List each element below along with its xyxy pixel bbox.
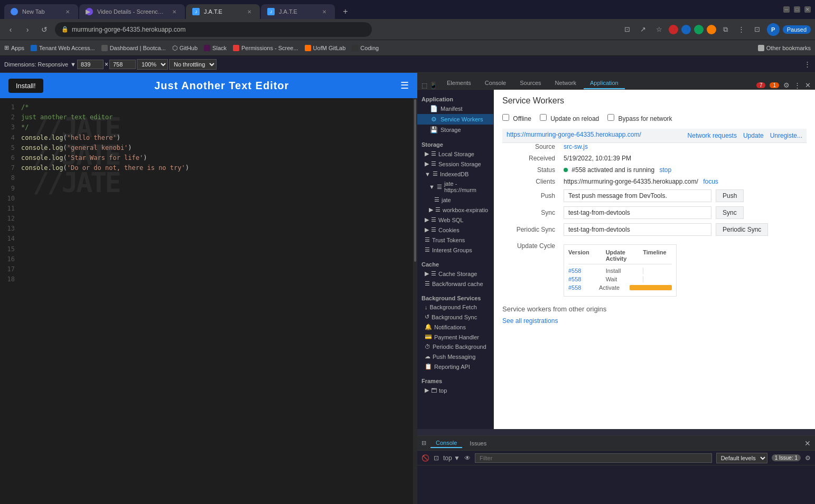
tab-jate1[interactable]: J J.A.T.E ✕ <box>186 4 260 19</box>
console-clear-button[interactable]: 🚫 <box>421 454 429 462</box>
sidebar-item-workbox[interactable]: ▶ ☰ workbox-expiratio <box>417 205 493 215</box>
install-button[interactable]: Install! <box>8 79 43 93</box>
sidebar-item-top-frame[interactable]: ▶ 🗔 top <box>417 385 493 395</box>
sidebar-item-notifications[interactable]: 🔔 Notifications <box>417 322 493 332</box>
update-link[interactable]: Update <box>743 132 764 139</box>
bookmark-coding[interactable]: Coding <box>352 45 379 51</box>
offline-checkbox[interactable] <box>502 114 509 121</box>
source-file-link[interactable]: src-sw.js <box>564 143 588 150</box>
sidebar-item-storage[interactable]: 💾 Storage <box>417 125 493 135</box>
inspect-icon[interactable]: ⬚ <box>421 82 427 89</box>
tab-console[interactable]: Console <box>479 78 512 89</box>
devtools-icon[interactable]: ⊡ <box>751 23 764 36</box>
tab-close-screencastify[interactable]: ✕ <box>170 7 179 16</box>
sidebar-item-bg-fetch[interactable]: ↓ Background Fetch <box>417 302 493 312</box>
see-all-registrations-link[interactable]: See all registrations <box>502 317 558 325</box>
share-icon[interactable]: ↗ <box>637 23 650 36</box>
push-button[interactable]: Push <box>716 189 744 202</box>
console-level-select[interactable]: Default levels <box>716 453 767 463</box>
bookmark-permissions[interactable]: Permissions - Scree... <box>233 45 298 51</box>
tab-close-jate2[interactable]: ✕ <box>320 7 329 16</box>
uc-version-activate[interactable]: #558 <box>568 284 591 291</box>
console-toggle-button[interactable]: ⊡ <box>434 454 439 462</box>
uc-version-install[interactable]: #558 <box>568 268 597 274</box>
close-button[interactable]: ✕ <box>804 6 811 13</box>
sidebar-item-local-storage[interactable]: ▶ ☰ Local Storage <box>417 149 493 159</box>
sidebar-item-payment-handler[interactable]: 💳 Payment Handler <box>417 332 493 342</box>
sidebar-item-jate-table[interactable]: ☰ jate <box>417 195 493 205</box>
cast-icon[interactable]: ⊡ <box>621 23 634 36</box>
console-close-button[interactable]: ✕ <box>804 439 811 448</box>
sidebar-item-push-messaging[interactable]: ☁ Push Messaging <box>417 351 493 362</box>
height-input[interactable] <box>109 60 136 69</box>
code-editor[interactable]: //JATE//JATE//JATE /* just another text … <box>17 98 417 504</box>
bypass-network-checkbox[interactable] <box>607 114 614 121</box>
update-on-reload-checkbox[interactable] <box>540 114 547 121</box>
sidebar-item-service-workers[interactable]: ⚙ Service Workers <box>417 114 493 125</box>
tab-network[interactable]: Network <box>549 78 583 89</box>
unregister-link[interactable]: Unregiste... <box>770 132 802 139</box>
sidebar-item-periodic-bg[interactable]: ⏱ Periodic Background <box>417 342 493 351</box>
bookmark-slack[interactable]: Slack <box>204 45 227 51</box>
throttle-select[interactable]: No throttling <box>169 59 217 70</box>
console-filter-input[interactable] <box>475 453 712 463</box>
extension-icon-1[interactable] <box>669 25 678 34</box>
back-button[interactable]: ‹ <box>4 23 17 36</box>
sidebar-item-cache-storage[interactable]: ▶ ☰ Cache Storage <box>417 269 493 279</box>
bookmark-other[interactable]: Other bookmarks <box>758 45 811 51</box>
stop-link[interactable]: stop <box>659 166 671 174</box>
bookmark-github[interactable]: ⬡ GitHub <box>172 44 198 52</box>
minimize-button[interactable]: ─ <box>783 6 790 13</box>
maximize-button[interactable]: □ <box>794 6 800 13</box>
profile-button[interactable]: P <box>767 23 780 36</box>
more-options-icon[interactable]: ⋮ <box>804 60 811 68</box>
forward-button[interactable]: › <box>21 23 34 36</box>
url-bar[interactable]: 🔒 murmuring-gorge-64335.herokuapp.com <box>55 22 372 37</box>
bookmark-uofm[interactable]: UofM GitLab <box>305 45 346 51</box>
zoom-select[interactable]: 100% <box>137 59 168 70</box>
settings-icon[interactable]: ⋮ <box>735 23 748 36</box>
tab-new-tab[interactable]: New Tab ✕ <box>4 4 78 19</box>
top-selector[interactable]: top ▼ <box>443 454 460 462</box>
sidebar-item-session-storage[interactable]: ▶ ☰ Session Storage <box>417 159 493 169</box>
sync-input[interactable] <box>564 206 711 219</box>
console-tab-issues[interactable]: Issues <box>464 439 492 448</box>
sidebar-item-bg-sync[interactable]: ↺ Background Sync <box>417 312 493 322</box>
extension-icon-3[interactable] <box>694 25 704 34</box>
console-settings-icon[interactable]: ⚙ <box>805 454 811 462</box>
sidebar-item-cookies[interactable]: ▶ ☰ Cookies <box>417 225 493 235</box>
editor-menu-icon[interactable]: ☰ <box>400 80 409 91</box>
sidebar-item-indexeddb[interactable]: ▼ ☰ IndexedDB <box>417 169 493 179</box>
extension-icon-2[interactable] <box>681 25 691 34</box>
extension-icon-4[interactable] <box>707 25 716 34</box>
tab-sources[interactable]: Sources <box>513 78 547 89</box>
tab-close-jate1[interactable]: ✕ <box>245 7 254 16</box>
periodic-sync-button[interactable]: Periodic Sync <box>716 223 768 236</box>
console-tab-console[interactable]: Console <box>430 439 462 448</box>
bookmark-dashboard[interactable]: Dashboard | Bootca... <box>101 45 166 51</box>
eye-icon[interactable]: 👁 <box>464 454 471 462</box>
horizontal-scrollbar[interactable] <box>417 429 815 435</box>
tab-close-new-tab[interactable]: ✕ <box>63 7 72 16</box>
new-tab-button[interactable]: + <box>338 4 353 19</box>
more-devtools-icon[interactable]: ⋮ <box>794 81 801 89</box>
settings-devtools-icon[interactable]: ⚙ <box>783 81 790 89</box>
tab-jate2[interactable]: J J.A.T.E ✕ <box>261 4 335 19</box>
tab-application[interactable]: Application <box>584 78 625 89</box>
bookmark-apps[interactable]: ⊞ Apps <box>4 44 24 51</box>
extensions-button[interactable]: ⧉ <box>719 23 732 36</box>
sidebar-item-manifest[interactable]: 📄 Manifest <box>417 103 493 114</box>
sidebar-item-jate-db[interactable]: ▼ ☰ jate - https://murm <box>417 179 493 195</box>
sidebar-item-reporting-api[interactable]: 📋 Reporting API <box>417 362 493 372</box>
tab-screencastify[interactable]: ▶ Video Details - Screencastify ✕ <box>79 4 185 19</box>
sidebar-item-back-forward[interactable]: ☰ Back/forward cache <box>417 279 493 289</box>
tab-elements[interactable]: Elements <box>441 78 477 89</box>
bookmark-icon[interactable]: ☆ <box>653 23 666 36</box>
close-devtools-icon[interactable]: ✕ <box>805 81 811 89</box>
periodic-sync-input[interactable] <box>564 223 711 236</box>
editor-scrollbar[interactable] <box>413 98 417 504</box>
sidebar-item-interest-groups[interactable]: ☰ Interest Groups <box>417 245 493 255</box>
width-input[interactable] <box>77 60 104 69</box>
focus-link[interactable]: focus <box>703 178 718 185</box>
sync-button[interactable]: Sync <box>716 206 744 219</box>
